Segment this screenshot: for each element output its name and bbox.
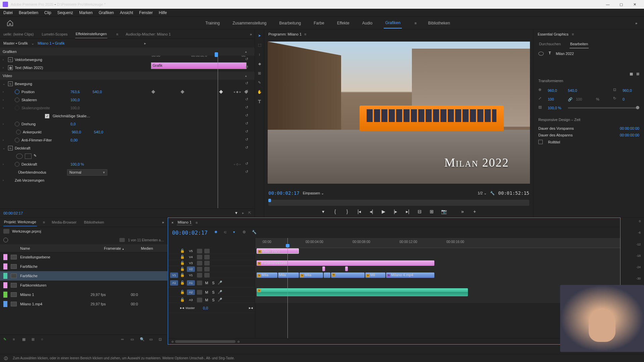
- chevron-down-icon[interactable]: ⌄: [31, 41, 34, 46]
- track-a2[interactable]: A2: [187, 290, 195, 295]
- view-icon-icon[interactable]: ≡: [13, 337, 18, 343]
- reset-icon[interactable]: ↺: [245, 57, 251, 62]
- label-swatch[interactable]: [3, 263, 7, 269]
- expand-arrow[interactable]: ⌄: [3, 146, 6, 150]
- reset-icon[interactable]: ↺: [245, 145, 251, 151]
- mute-button[interactable]: M: [204, 298, 209, 302]
- zoom-slider[interactable]: [175, 340, 235, 343]
- ws-training[interactable]: Training: [204, 18, 221, 28]
- menu-clip[interactable]: Clip: [44, 10, 51, 15]
- position-x[interactable]: 763,6: [70, 90, 91, 94]
- fit-dropdown[interactable]: Einpassen ⌄: [303, 191, 324, 195]
- project-item[interactable]: Farbkorrekturen: [0, 281, 167, 290]
- track-a1[interactable]: A1: [187, 280, 195, 286]
- toggle-sync[interactable]: [204, 249, 210, 253]
- mask-rect[interactable]: [25, 154, 32, 159]
- clip-audio[interactable]: fx: [257, 288, 468, 296]
- col-framerate[interactable]: Framerate▴: [104, 246, 141, 250]
- ws-overflow-icon[interactable]: »: [635, 21, 637, 25]
- eg-anchor[interactable]: 960,0: [623, 88, 639, 93]
- new-bin-icon[interactable]: ▭: [130, 337, 136, 343]
- settings-icon[interactable]: 🔧: [490, 191, 495, 195]
- ws-assembly[interactable]: Zusammenstellung: [231, 18, 268, 28]
- ws-color[interactable]: Farbe: [312, 18, 325, 28]
- sequence-title[interactable]: Milano 1: [177, 220, 192, 225]
- reset-icon[interactable]: ↺: [245, 121, 251, 127]
- ws-graphics[interactable]: Grafiken: [384, 18, 401, 28]
- tab-project[interactable]: Projekt: Werkzeuge: [3, 218, 37, 226]
- sort-icon[interactable]: ⊞: [32, 337, 37, 343]
- minimize-button[interactable]: —: [601, 0, 614, 9]
- timeline-playhead[interactable]: [287, 238, 288, 338]
- clip-v1-1[interactable]: fxMila: [257, 273, 277, 278]
- group-icon[interactable]: ⊞: [636, 72, 639, 76]
- voice-over-icon[interactable]: 🎤: [218, 281, 222, 285]
- label-swatch[interactable]: [3, 273, 7, 279]
- menu-sequence[interactable]: Sequenz: [57, 10, 73, 15]
- eg-menu-icon[interactable]: ≡: [572, 32, 574, 36]
- fx-toggle[interactable]: ⬤: [8, 65, 13, 70]
- section-collapse-icon[interactable]: ▴: [245, 50, 249, 53]
- marker-icon[interactable]: ▾: [233, 230, 238, 235]
- expand-arrow[interactable]: ›: [3, 179, 6, 182]
- clip-v1-4[interactable]: fx: [331, 273, 365, 278]
- reset-icon[interactable]: ↺: [245, 137, 251, 143]
- lift-icon[interactable]: ⊟: [416, 208, 423, 215]
- menu-help[interactable]: Hilfe: [159, 10, 167, 15]
- tab-source[interactable]: uelle: (keine Clips): [3, 30, 34, 38]
- sort-icon[interactable]: ▴: [122, 247, 124, 250]
- blendmode-dropdown[interactable]: Normal: [67, 169, 107, 176]
- go-to-out-icon[interactable]: ▸|: [404, 208, 411, 215]
- eg-edit-tab[interactable]: Bearbeiten: [570, 40, 589, 48]
- track-v5[interactable]: V5: [187, 248, 195, 254]
- label-swatch[interactable]: [3, 292, 7, 298]
- ellipse-tool-icon[interactable]: ✎: [256, 79, 263, 86]
- project-item[interactable]: Milano 1.mp429,97 fps00:0: [0, 299, 167, 309]
- track-v2[interactable]: V2: [187, 266, 195, 272]
- layer-visibility-icon[interactable]: [538, 52, 544, 56]
- lock-icon[interactable]: 🔓: [180, 281, 185, 285]
- view-list-icon[interactable]: ✎: [3, 337, 9, 343]
- clip-title[interactable]: fxMilan 2022: [257, 248, 299, 254]
- expand-arrow[interactable]: ›: [3, 90, 6, 94]
- mask-ellipse[interactable]: [16, 154, 23, 159]
- track-v4-lane[interactable]: [255, 254, 620, 260]
- pin-icon[interactable]: ▸: [242, 211, 244, 215]
- ws-audio[interactable]: Audio: [361, 18, 374, 28]
- toggle-output[interactable]: [197, 249, 202, 253]
- new-item-icon[interactable]: 🔍: [140, 337, 145, 343]
- eg-pos-x[interactable]: 960,0: [548, 88, 565, 93]
- view-freeform-icon[interactable]: ▦: [22, 337, 28, 343]
- stopwatch-icon[interactable]: [15, 89, 19, 94]
- tab-menu-icon[interactable]: ≡: [116, 32, 118, 36]
- menu-view[interactable]: Ansicht: [120, 10, 133, 15]
- direct-select-icon[interactable]: ⬚: [256, 42, 263, 48]
- rotation-value[interactable]: 0,0: [70, 122, 91, 126]
- delete-icon[interactable]: ⊡: [159, 337, 164, 343]
- vertical-text-icon[interactable]: ↕: [256, 51, 263, 58]
- position-y[interactable]: 540,0: [93, 90, 113, 94]
- outro-dur-value[interactable]: 00:00:00:00: [620, 133, 639, 137]
- zoom-in-icon[interactable]: ○: [237, 340, 240, 344]
- program-timecode[interactable]: 00:00:02:17: [268, 190, 300, 196]
- project-item[interactable]: Farbfläche: [0, 271, 167, 281]
- filter-icon[interactable]: ▼: [234, 211, 238, 215]
- toggle-output[interactable]: [197, 255, 202, 259]
- label-swatch[interactable]: [3, 254, 7, 260]
- stopwatch-icon[interactable]: [15, 122, 19, 126]
- timeline-ruler[interactable]: :00:00 00:00:04:00 00:00:08:00 00:00:12:…: [255, 238, 620, 248]
- master-val[interactable]: 0,0: [203, 306, 208, 310]
- track-v2-lane[interactable]: [255, 266, 620, 272]
- label-swatch[interactable]: [3, 301, 7, 307]
- reset-icon[interactable]: ↺: [245, 65, 251, 70]
- link-scale-icon[interactable]: 🔗: [568, 97, 573, 102]
- anchor-x[interactable]: 960,0: [72, 130, 92, 134]
- opacity-value[interactable]: 100,0 %: [70, 162, 91, 166]
- next-keyframe-icon[interactable]: ▸: [239, 163, 241, 166]
- stopwatch-icon[interactable]: [15, 98, 19, 102]
- keyframe[interactable]: [151, 90, 155, 94]
- menu-file[interactable]: Datei: [3, 10, 13, 15]
- src-a1[interactable]: A1: [170, 280, 178, 286]
- menu-graphics[interactable]: Grafiken: [99, 10, 114, 15]
- stopwatch-icon[interactable]: [15, 106, 19, 110]
